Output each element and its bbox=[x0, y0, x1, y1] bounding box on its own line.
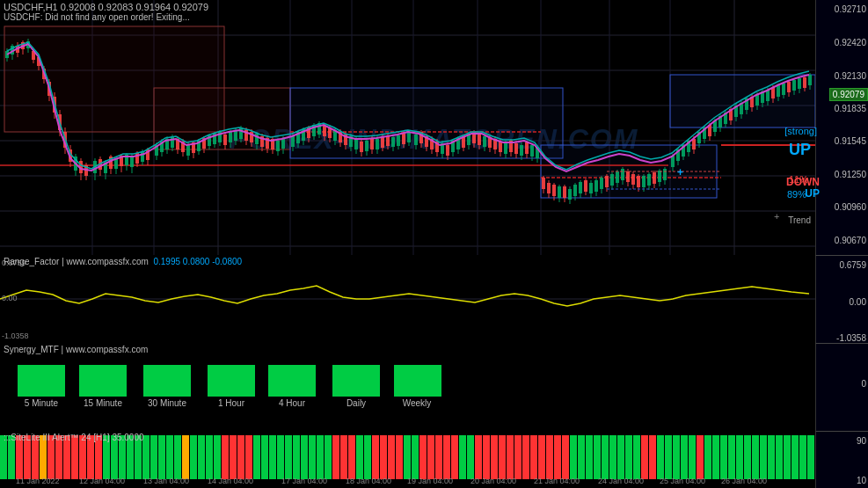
tf-button-30min[interactable] bbox=[143, 365, 191, 397]
sl-label-10: 10 bbox=[857, 476, 866, 485]
svg-rect-252 bbox=[610, 174, 614, 186]
svg-rect-427 bbox=[728, 435, 735, 479]
svg-rect-383 bbox=[380, 435, 387, 479]
svg-rect-172 bbox=[397, 135, 400, 146]
svg-rect-364 bbox=[230, 435, 237, 479]
time-label-1: 11 Jan 2022 bbox=[16, 477, 60, 485]
svg-rect-314 bbox=[777, 85, 780, 97]
svg-rect-324 bbox=[803, 77, 806, 88]
svg-rect-144 bbox=[323, 126, 326, 136]
svg-rect-389 bbox=[427, 435, 434, 479]
svg-rect-228 bbox=[547, 183, 551, 193]
svg-rect-210 bbox=[499, 142, 502, 152]
svg-rect-254 bbox=[616, 171, 619, 183]
svg-rect-114 bbox=[239, 127, 243, 139]
time-label-3: 13 Jan 04:00 bbox=[143, 477, 189, 485]
svg-rect-368 bbox=[261, 435, 268, 479]
price-label-6: 0.91545 bbox=[835, 136, 866, 146]
svg-rect-132 bbox=[291, 136, 295, 147]
svg-rect-404 bbox=[546, 435, 553, 479]
svg-rect-384 bbox=[388, 435, 395, 479]
sl-label-90: 90 bbox=[857, 436, 866, 446]
svg-rect-425 bbox=[712, 435, 719, 479]
svg-rect-258 bbox=[626, 171, 630, 182]
svg-rect-326 bbox=[808, 75, 812, 85]
tf-button-1h[interactable] bbox=[208, 365, 255, 397]
range-factor-title: Range_Factor | www.compassfx.com 0.1995 … bbox=[4, 257, 242, 266]
signal-down: DOWN bbox=[786, 176, 820, 188]
svg-rect-435 bbox=[791, 435, 799, 479]
svg-rect-390 bbox=[435, 435, 442, 479]
price-label-2: 0.92420 bbox=[835, 38, 866, 47]
svg-rect-371 bbox=[285, 435, 292, 479]
svg-rect-431 bbox=[760, 435, 767, 479]
rf-label-1: 0.6759 bbox=[839, 260, 866, 270]
tf-label-1h: 1 Hour bbox=[208, 398, 255, 408]
time-label-5: 17 Jan 04:00 bbox=[281, 477, 327, 485]
tf-button-weekly[interactable] bbox=[394, 365, 441, 397]
svg-rect-370 bbox=[277, 435, 284, 479]
svg-rect-410 bbox=[594, 435, 601, 479]
svg-rect-160 bbox=[365, 141, 368, 151]
svg-rect-426 bbox=[720, 435, 727, 479]
svg-rect-382 bbox=[372, 435, 379, 479]
svg-rect-232 bbox=[558, 186, 561, 198]
svg-rect-412 bbox=[609, 435, 616, 479]
svg-rect-375 bbox=[317, 435, 324, 479]
time-axis: 11 Jan 2022 12 Jan 04:00 13 Jan 04:00 14… bbox=[0, 477, 815, 487]
svg-rect-422 bbox=[689, 435, 696, 479]
svg-rect-204 bbox=[483, 136, 486, 147]
sy-label-1: 0 bbox=[861, 379, 866, 389]
svg-rect-380 bbox=[356, 435, 363, 479]
svg-rect-402 bbox=[530, 435, 537, 479]
svg-rect-355 bbox=[158, 435, 165, 479]
svg-rect-428 bbox=[736, 435, 743, 479]
price-label-5: 0.91835 bbox=[835, 104, 866, 113]
sitelite-title: :::SiteLite III Alert™ 24 [H1] 35.0000 bbox=[4, 433, 144, 442]
svg-rect-357 bbox=[174, 435, 181, 479]
current-price-value: 0.92079 bbox=[833, 90, 864, 99]
sitelite-scale: 90 10 bbox=[815, 431, 868, 488]
svg-rect-318 bbox=[787, 82, 791, 92]
svg-rect-234 bbox=[563, 186, 566, 198]
tf-button-15min[interactable] bbox=[79, 365, 127, 397]
svg-rect-365 bbox=[237, 435, 244, 479]
svg-rect-238 bbox=[573, 185, 577, 196]
svg-rect-164 bbox=[376, 139, 379, 149]
svg-rect-429 bbox=[744, 435, 751, 479]
current-price-box: 0.92079 bbox=[829, 88, 868, 101]
tf-button-5min[interactable] bbox=[18, 365, 65, 397]
tf-button-4h[interactable] bbox=[268, 365, 316, 397]
time-label-7: 19 Jan 04:00 bbox=[407, 477, 453, 485]
svg-rect-266 bbox=[647, 174, 651, 186]
svg-rect-432 bbox=[768, 435, 775, 479]
svg-rect-381 bbox=[364, 435, 371, 479]
svg-rect-226 bbox=[542, 178, 545, 189]
svg-rect-406 bbox=[562, 435, 569, 479]
svg-rect-411 bbox=[602, 435, 609, 479]
svg-rect-401 bbox=[522, 435, 529, 479]
svg-rect-366 bbox=[245, 435, 252, 479]
svg-rect-282 bbox=[692, 139, 696, 149]
svg-rect-212 bbox=[504, 142, 507, 154]
rf-label-2: 0.00 bbox=[850, 297, 866, 307]
svg-rect-354 bbox=[150, 435, 157, 479]
svg-text:0.00: 0.00 bbox=[2, 294, 18, 302]
svg-rect-242 bbox=[584, 180, 587, 192]
tf-label-30min: 30 Minute bbox=[137, 398, 197, 408]
svg-rect-377 bbox=[332, 435, 339, 479]
svg-rect-272 bbox=[663, 169, 667, 180]
svg-rect-190 bbox=[446, 145, 449, 156]
tf-label-15min: 15 Minute bbox=[73, 398, 133, 408]
svg-rect-174 bbox=[402, 134, 405, 144]
svg-rect-434 bbox=[784, 435, 791, 479]
svg-rect-391 bbox=[443, 435, 450, 479]
time-label-4: 14 Jan 04:00 bbox=[208, 477, 253, 485]
svg-rect-94 bbox=[186, 145, 190, 156]
svg-rect-264 bbox=[642, 176, 646, 187]
time-label-6: 18 Jan 04:00 bbox=[346, 477, 391, 485]
svg-rect-409 bbox=[586, 435, 593, 479]
time-label-8: 20 Jan 04:00 bbox=[470, 477, 516, 485]
signal-up2: UP bbox=[805, 187, 820, 200]
tf-button-daily[interactable] bbox=[332, 365, 380, 397]
